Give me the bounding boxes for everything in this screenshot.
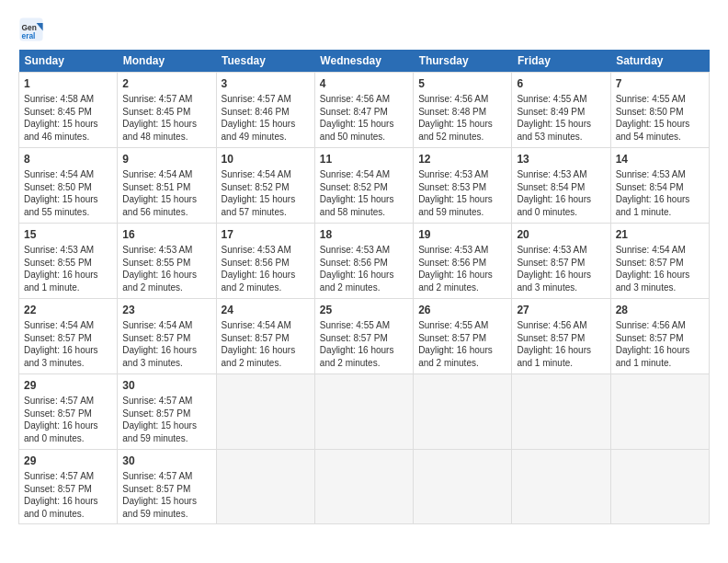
calendar-cell-28: 28Sunrise: 4:56 AMSunset: 8:57 PMDayligh…: [610, 299, 709, 374]
calendar-week-6: 29Sunrise: 4:57 AMSunset: 8:57 PMDayligh…: [19, 450, 710, 524]
calendar-cell-1: 1Sunrise: 4:58 AMSunset: 8:45 PMDaylight…: [19, 73, 118, 148]
calendar-header-row: SundayMondayTuesdayWednesdayThursdayFrid…: [19, 50, 710, 73]
calendar-cell-empty-w5-4: [414, 374, 512, 450]
day-number: 23: [122, 303, 210, 317]
calendar-cell-25: 25Sunrise: 4:55 AMSunset: 8:57 PMDayligh…: [314, 299, 413, 374]
day-number: 24: [222, 303, 310, 317]
day-number: 2: [122, 76, 210, 91]
calendar-cell-24: 24Sunrise: 4:54 AMSunset: 8:57 PMDayligh…: [216, 299, 314, 374]
calendar-cell-7: 7Sunrise: 4:55 AMSunset: 8:50 PMDaylight…: [610, 73, 709, 148]
day-number: 14: [616, 152, 704, 167]
day-number: 7: [616, 76, 704, 91]
calendar-week-5: 29Sunrise: 4:57 AMSunset: 8:57 PMDayligh…: [19, 374, 710, 450]
day-number: 10: [222, 152, 310, 167]
calendar-cell-empty-w5-6: [610, 374, 709, 450]
day-header-saturday: Saturday: [610, 50, 709, 73]
day-number: 9: [122, 152, 210, 167]
calendar-cell-17: 17Sunrise: 4:53 AMSunset: 8:56 PMDayligh…: [216, 224, 314, 299]
day-header-thursday: Thursday: [414, 50, 512, 73]
calendar-cell-empty-w5-2: [216, 374, 314, 450]
calendar-cell-13: 13Sunrise: 4:53 AMSunset: 8:54 PMDayligh…: [512, 148, 610, 224]
calendar-week-3: 15Sunrise: 4:53 AMSunset: 8:55 PMDayligh…: [19, 224, 710, 299]
day-header-monday: Monday: [118, 50, 216, 73]
header: Gen eral: [18, 17, 710, 42]
day-number: 8: [24, 152, 112, 167]
day-number: 22: [24, 303, 112, 317]
calendar-week-2: 8Sunrise: 4:54 AMSunset: 8:50 PMDaylight…: [19, 148, 710, 224]
calendar-cell-11: 11Sunrise: 4:54 AMSunset: 8:52 PMDayligh…: [314, 148, 413, 224]
day-number: 29: [24, 378, 112, 393]
calendar-cell-3: 3Sunrise: 4:57 AMSunset: 8:46 PMDaylight…: [216, 73, 314, 148]
calendar-cell-9: 9Sunrise: 4:54 AMSunset: 8:51 PMDaylight…: [118, 148, 216, 224]
svg-text:eral: eral: [22, 31, 36, 40]
day-number: 26: [418, 303, 506, 317]
day-header-friday: Friday: [512, 50, 610, 73]
calendar-cell-20: 20Sunrise: 4:53 AMSunset: 8:57 PMDayligh…: [512, 224, 610, 299]
calendar-cell-empty-w6-3: [314, 450, 413, 524]
day-number: 12: [418, 152, 506, 167]
day-number: 25: [320, 303, 408, 317]
calendar-cell-27: 27Sunrise: 4:56 AMSunset: 8:57 PMDayligh…: [512, 299, 610, 374]
day-number: 5: [418, 76, 506, 91]
day-number: 27: [517, 303, 605, 317]
calendar-cell-8: 8Sunrise: 4:54 AMSunset: 8:50 PMDaylight…: [19, 148, 118, 224]
day-number: 30: [122, 454, 210, 468]
logo-icon: Gen eral: [18, 17, 44, 42]
day-number: 19: [418, 227, 506, 242]
calendar-cell-19: 19Sunrise: 4:53 AMSunset: 8:56 PMDayligh…: [414, 224, 512, 299]
calendar-cell-29: 29Sunrise: 4:57 AMSunset: 8:57 PMDayligh…: [19, 450, 118, 524]
logo: Gen eral: [18, 17, 46, 42]
day-number: 3: [222, 76, 310, 91]
calendar-cell-12: 12Sunrise: 4:53 AMSunset: 8:53 PMDayligh…: [414, 148, 512, 224]
calendar-cell-empty-w6-4: [414, 450, 512, 524]
day-number: 17: [222, 227, 310, 242]
calendar-cell-21: 21Sunrise: 4:54 AMSunset: 8:57 PMDayligh…: [610, 224, 709, 299]
calendar-cell-22: 22Sunrise: 4:54 AMSunset: 8:57 PMDayligh…: [19, 299, 118, 374]
calendar-cell-2: 2Sunrise: 4:57 AMSunset: 8:45 PMDaylight…: [118, 73, 216, 148]
calendar-cell-4: 4Sunrise: 4:56 AMSunset: 8:47 PMDaylight…: [314, 73, 413, 148]
day-header-tuesday: Tuesday: [216, 50, 314, 73]
calendar-cell-empty-w6-2: [216, 450, 314, 524]
calendar-cell-14: 14Sunrise: 4:53 AMSunset: 8:54 PMDayligh…: [610, 148, 709, 224]
day-number: 18: [320, 227, 408, 242]
day-header-wednesday: Wednesday: [314, 50, 413, 73]
day-number: 29: [24, 454, 112, 468]
page: Gen eral SundayMondayTuesdayWednesdayThu…: [0, 0, 728, 563]
day-number: 21: [616, 227, 704, 242]
calendar-cell-26: 26Sunrise: 4:55 AMSunset: 8:57 PMDayligh…: [414, 299, 512, 374]
day-number: 16: [122, 227, 210, 242]
calendar-cell-15: 15Sunrise: 4:53 AMSunset: 8:55 PMDayligh…: [19, 224, 118, 299]
day-number: 6: [517, 76, 605, 91]
day-number: 11: [320, 152, 408, 167]
calendar-week-1: 1Sunrise: 4:58 AMSunset: 8:45 PMDaylight…: [19, 73, 710, 148]
day-number: 13: [517, 152, 605, 167]
calendar-cell-18: 18Sunrise: 4:53 AMSunset: 8:56 PMDayligh…: [314, 224, 413, 299]
calendar-cell-23: 23Sunrise: 4:54 AMSunset: 8:57 PMDayligh…: [118, 299, 216, 374]
calendar-cell-16: 16Sunrise: 4:53 AMSunset: 8:55 PMDayligh…: [118, 224, 216, 299]
day-number: 15: [24, 227, 112, 242]
day-number: 4: [320, 76, 408, 91]
day-number: 20: [517, 227, 605, 242]
calendar: SundayMondayTuesdayWednesdayThursdayFrid…: [18, 50, 710, 524]
calendar-cell-30: 30Sunrise: 4:57 AMSunset: 8:57 PMDayligh…: [118, 374, 216, 450]
day-number: 30: [122, 378, 210, 393]
calendar-cell-empty-w5-5: [512, 374, 610, 450]
day-number: 28: [616, 303, 704, 317]
calendar-cell-6: 6Sunrise: 4:55 AMSunset: 8:49 PMDaylight…: [512, 73, 610, 148]
day-header-sunday: Sunday: [19, 50, 118, 73]
calendar-cell-29: 29Sunrise: 4:57 AMSunset: 8:57 PMDayligh…: [19, 374, 118, 450]
calendar-cell-10: 10Sunrise: 4:54 AMSunset: 8:52 PMDayligh…: [216, 148, 314, 224]
calendar-week-4: 22Sunrise: 4:54 AMSunset: 8:57 PMDayligh…: [19, 299, 710, 374]
calendar-cell-empty-w6-5: [512, 450, 610, 524]
calendar-cell-empty-w6-6: [610, 450, 709, 524]
calendar-cell-5: 5Sunrise: 4:56 AMSunset: 8:48 PMDaylight…: [414, 73, 512, 148]
day-number: 1: [24, 76, 112, 91]
calendar-cell-30: 30Sunrise: 4:57 AMSunset: 8:57 PMDayligh…: [118, 450, 216, 524]
calendar-cell-empty-w5-3: [314, 374, 413, 450]
